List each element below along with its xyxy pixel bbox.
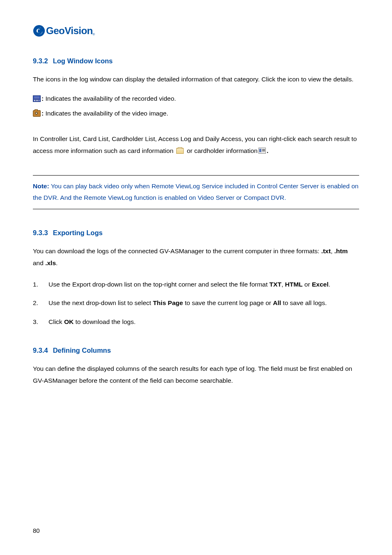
step-number: 2. — [33, 297, 48, 309]
text: Use the next drop-down list to select — [48, 299, 153, 306]
kw: All — [273, 299, 281, 306]
text: Click — [48, 318, 64, 325]
kw: Excel — [312, 281, 329, 288]
s3-intro: You can define the displayed columns of … — [33, 363, 359, 386]
heading-9-3-4: 9.3.4Defining Columns — [33, 346, 359, 356]
step-2: 2. Use the next drop-down list to select… — [33, 297, 359, 309]
section-exporting-logs: 9.3.3Exporting Logs You can download the… — [33, 228, 359, 328]
card-info-icon — [176, 148, 184, 154]
heading-9-3-2: 9.3.2Log Window Icons — [33, 56, 359, 66]
kw: HTML — [285, 281, 303, 288]
text: to download the logs. — [74, 318, 136, 325]
export-steps: 1. Use the Export drop-down list on the … — [33, 278, 359, 328]
fmt-txt: .txt — [321, 247, 331, 254]
sep: and — [33, 259, 45, 266]
step-body: Use the next drop-down list to select Th… — [48, 297, 359, 309]
step-number: 1. — [33, 278, 48, 290]
heading-9-3-3: 9.3.3Exporting Logs — [33, 228, 359, 238]
cardholder-info-icon — [258, 148, 266, 154]
sep: , — [331, 247, 334, 254]
heading-title: Exporting Logs — [53, 229, 103, 236]
filmstrip-icon — [33, 95, 41, 102]
note-text: You can play back video only when Remote… — [33, 183, 358, 201]
step-number: 3. — [33, 316, 48, 328]
text: You can download the logs of the connect… — [33, 247, 321, 254]
page: GeoVision ® 9.3.2Log Window Icons The ic… — [0, 0, 392, 555]
icon-desc-image-text: : Indicates the availability of the vide… — [42, 107, 359, 119]
heading-number: 9.3.2 — [33, 57, 48, 65]
text: or cardholder information — [185, 147, 258, 154]
icon-desc-image: : Indicates the availability of the vide… — [33, 107, 359, 119]
text: Indicates the availability of the record… — [44, 95, 176, 102]
heading-title: Log Window Icons — [53, 57, 113, 65]
text: to save the current log page or — [183, 299, 273, 306]
kw: OK — [64, 318, 74, 325]
s1-intro: The icons in the log window can display … — [33, 74, 359, 86]
svg-point-1 — [41, 27, 44, 30]
sep: or — [303, 281, 312, 288]
period: . — [328, 281, 330, 288]
text: Indicates the availability of the video … — [44, 110, 168, 117]
step-body: Click OK to download the logs. — [48, 316, 359, 328]
logo-mark-icon — [33, 25, 45, 37]
s1-context: In Controller List, Card List, Cardholde… — [33, 133, 359, 157]
note-label: Note: — [33, 183, 49, 190]
section-log-window-icons: 9.3.2Log Window Icons The icons in the l… — [33, 56, 359, 157]
logo: GeoVision ® — [33, 24, 359, 38]
text: to save all logs. — [281, 299, 327, 306]
section-defining-columns: 9.3.4Defining Columns You can define the… — [33, 346, 359, 386]
camera-icon — [33, 110, 41, 117]
kw: TXT — [270, 281, 281, 288]
icon-desc-video: : Indicates the availability of the reco… — [33, 92, 359, 104]
text: Use the Export drop-down list on the top… — [48, 281, 270, 288]
period: . — [267, 147, 268, 154]
page-number: 80 — [33, 526, 40, 535]
s2-intro: You can download the logs of the connect… — [33, 245, 359, 269]
note-box: Note: You can play back video only when … — [33, 175, 359, 210]
heading-number: 9.3.4 — [33, 347, 48, 354]
heading-number: 9.3.3 — [33, 229, 48, 236]
kw: This Page — [153, 299, 183, 306]
step-body: Use the Export drop-down list on the top… — [48, 278, 359, 290]
icon-desc-video-text: : Indicates the availability of the reco… — [42, 92, 359, 104]
logo-trademark: ® — [92, 32, 95, 37]
heading-title: Defining Columns — [53, 347, 111, 354]
sep: , — [281, 281, 285, 288]
fmt-htm: .htm — [334, 247, 348, 254]
step-3: 3. Click OK to download the logs. — [33, 316, 359, 328]
fmt-xls: .xls — [45, 259, 56, 266]
step-1: 1. Use the Export drop-down list on the … — [33, 278, 359, 290]
period: . — [56, 259, 58, 266]
logo-text: GeoVision — [46, 24, 93, 38]
